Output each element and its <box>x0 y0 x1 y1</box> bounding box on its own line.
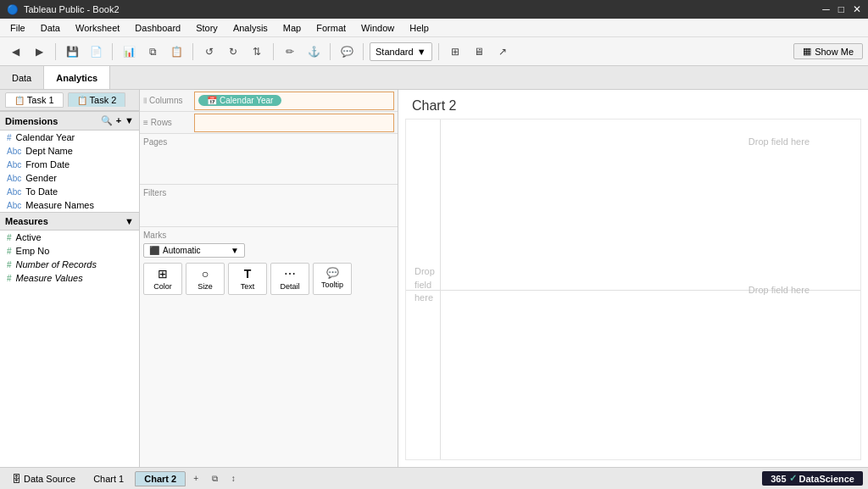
dimensions-add-icon[interactable]: + <box>116 115 121 126</box>
tab-analytics[interactable]: Analytics <box>44 66 110 89</box>
bottom-tabs: 🗄 Data Source Chart 1 Chart 2 + ⧉ ↕ <box>5 470 242 487</box>
toolbar-share[interactable]: ↗ <box>492 42 513 62</box>
field-to-date[interactable]: Abc To Date <box>0 185 139 198</box>
field-active[interactable]: # Active <box>0 231 139 244</box>
measures-label: Measures <box>5 216 48 226</box>
dimensions-search-icon[interactable]: 🔍 <box>101 115 113 126</box>
toolbar-anchor[interactable]: ⚓ <box>303 42 324 62</box>
standard-label: Standard <box>376 47 414 57</box>
calendar-year-label: Calendar Year <box>16 132 75 142</box>
workspace-tabs: 📋 Task 1 📋 Task 2 <box>0 90 139 111</box>
field-calendar-year[interactable]: # Calendar Year <box>0 131 139 144</box>
pages-section: Pages <box>140 134 398 185</box>
toolbar-save[interactable]: 💾 <box>62 42 82 62</box>
menu-format[interactable]: Format <box>309 21 353 35</box>
drop-zone-mid-left[interactable]: Dropfieldhere <box>415 265 435 304</box>
rows-area[interactable] <box>194 114 394 132</box>
menu-help[interactable]: Help <box>403 21 436 35</box>
field-dept-name[interactable]: Abc Dept Name <box>0 144 139 158</box>
toolbar-back[interactable]: ◀ <box>5 42 25 62</box>
marks-type-icon: ⬛ <box>149 246 159 255</box>
toolbar-copy[interactable]: ⧉ <box>142 42 163 62</box>
toolbar-sep-3 <box>192 43 193 60</box>
shelves-area: ⦀ Columns 📅 Calendar Year ≡ Rows <box>140 90 398 134</box>
marks-color-button[interactable]: ⊞ Color <box>143 263 182 295</box>
tab-data[interactable]: Data <box>0 66 44 89</box>
marks-size-button[interactable]: ○ Size <box>186 263 225 295</box>
close-button[interactable]: ✕ <box>853 3 861 15</box>
field-from-date[interactable]: Abc From Date <box>0 158 139 171</box>
dimensions-expand-icon[interactable]: ▼ <box>125 115 134 126</box>
duplicate-sheet-button[interactable]: ⧉ <box>206 470 223 487</box>
field-measure-names[interactable]: Abc Measure Names <box>0 198 139 212</box>
minimize-button[interactable]: ─ <box>822 3 830 15</box>
field-measure-values[interactable]: # Measure Values <box>0 271 139 285</box>
menu-worksheet[interactable]: Worksheet <box>69 21 126 35</box>
field-emp-no[interactable]: # Emp No <box>0 244 139 258</box>
tab-chart1[interactable]: Chart 1 <box>84 471 133 486</box>
toolbar-tooltip[interactable]: 💬 <box>337 42 357 62</box>
field-gender[interactable]: Abc Gender <box>0 171 139 185</box>
datasource-icon: 🗄 <box>12 474 21 484</box>
detail-icon: ⋯ <box>284 267 296 281</box>
menu-dashboard[interactable]: Dashboard <box>128 21 187 35</box>
datasource-tab[interactable]: 🗄 Data Source <box>5 472 82 486</box>
tooltip-label: Tooltip <box>321 281 343 289</box>
toolbar-sep-2 <box>112 43 113 60</box>
text-icon: T <box>244 267 252 281</box>
dept-name-icon: Abc <box>7 147 21 156</box>
toolbar-undo[interactable]: ↺ <box>199 42 220 62</box>
menu-analysis[interactable]: Analysis <box>226 21 275 35</box>
emp-no-label: Emp No <box>16 246 50 256</box>
dimensions-label: Dimensions <box>5 116 58 126</box>
menu-file[interactable]: File <box>3 21 32 35</box>
marks-tooltip-button[interactable]: 💬 Tooltip <box>313 263 352 295</box>
marks-type-dropdown[interactable]: ⬛ Automatic ▼ <box>143 243 245 258</box>
tab-chart2[interactable]: Chart 2 <box>135 471 186 486</box>
datasource-label: Data Source <box>24 474 75 484</box>
ws-tab-task2[interactable]: 📋 Task 2 <box>68 92 126 107</box>
measures-expand-icon[interactable]: ▼ <box>125 216 134 226</box>
drop-zone-mid-right[interactable]: Drop field here <box>748 285 810 295</box>
drop-zone-top-right[interactable]: Drop field here <box>748 136 810 147</box>
ws-tab-task1[interactable]: 📋 Task 1 <box>5 92 64 108</box>
toolbar-redo[interactable]: ↻ <box>223 42 243 62</box>
toolbar: ◀ ▶ 💾 📄 📊 ⧉ 📋 ↺ ↻ ⇅ ✏ ⚓ 💬 Standard ▼ ⊞ 🖥… <box>0 37 868 66</box>
sort-sheet-button[interactable]: ↕ <box>225 470 242 487</box>
toolbar-sort[interactable]: ⇅ <box>247 42 267 62</box>
marks-type-chevron: ▼ <box>231 246 239 255</box>
standard-dropdown[interactable]: Standard ▼ <box>370 42 432 61</box>
from-date-label: From Date <box>25 159 70 169</box>
emp-no-icon: # <box>7 247 12 256</box>
add-sheet-button[interactable]: + <box>187 470 204 487</box>
toolbar-pen[interactable]: ✏ <box>280 42 300 62</box>
marks-detail-button[interactable]: ⋯ Detail <box>270 263 309 295</box>
toolbar-paste[interactable]: 📋 <box>166 42 186 62</box>
toolbar-chart[interactable]: 📊 <box>119 42 139 62</box>
maximize-button[interactable]: □ <box>838 3 844 15</box>
show-me-icon: ▦ <box>803 46 811 57</box>
menu-window[interactable]: Window <box>354 21 401 35</box>
menu-story[interactable]: Story <box>189 21 225 35</box>
menu-data[interactable]: Data <box>34 21 67 35</box>
toolbar-sep-4 <box>273 43 274 60</box>
field-number-of-records[interactable]: # Number of Records <box>0 258 139 271</box>
pill-icon: 📅 <box>207 96 217 105</box>
status-bar: 🗄 Data Source Chart 1 Chart 2 + ⧉ ↕ 365 … <box>0 467 868 489</box>
menu-map[interactable]: Map <box>276 21 308 35</box>
toolbar-screen[interactable]: 🖥 <box>469 42 489 62</box>
columns-area[interactable]: 📅 Calendar Year <box>194 92 394 110</box>
show-me-button[interactable]: ▦ Show Me <box>793 43 863 59</box>
marks-text-button[interactable]: T Text <box>228 263 267 295</box>
rows-icon: ≡ <box>143 118 148 127</box>
title-bar: 🔵 Tableau Public - Book2 ─ □ ✕ <box>0 0 868 19</box>
calendar-year-pill[interactable]: 📅 Calendar Year <box>198 95 281 106</box>
title-bar-controls[interactable]: ─ □ ✕ <box>822 3 861 15</box>
toolbar-grid[interactable]: ⊞ <box>445 42 465 62</box>
dimensions-icons: 🔍 + ▼ <box>101 115 134 126</box>
toolbar-forward[interactable]: ▶ <box>29 42 49 62</box>
toolbar-new[interactable]: 📄 <box>86 42 106 62</box>
app-icon: 🔵 <box>7 4 19 15</box>
chart-canvas[interactable]: Drop field here Drop field here Dropfiel… <box>405 119 861 460</box>
marks-buttons: ⊞ Color ○ Size T Text ⋯ Detail 💬 Tool <box>143 263 394 295</box>
